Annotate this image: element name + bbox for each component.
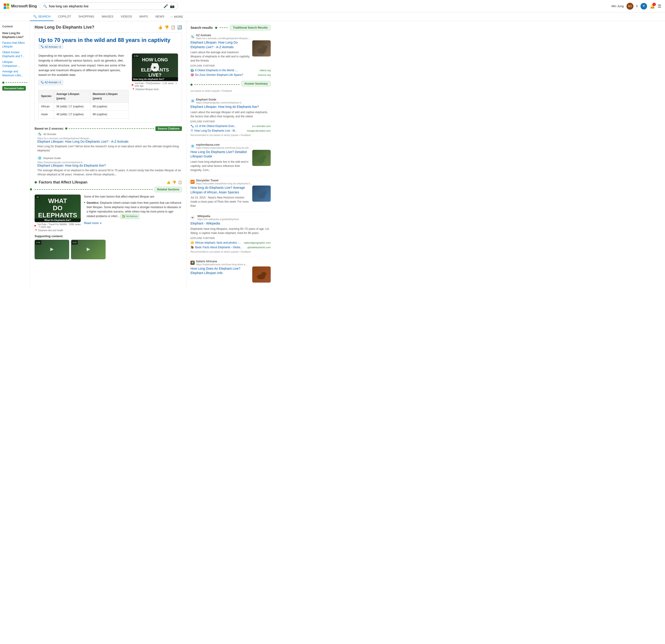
refresh-button[interactable]: 🔄 <box>177 25 182 30</box>
explore-icon-2: 🎯 <box>190 73 194 77</box>
result-safaris: 🌍 Safaris Africana https://safarisafrica… <box>190 260 271 282</box>
ef-title[interactable]: How Long Do Elephants Live? Detailed Lif… <box>190 150 250 159</box>
tab-shopping[interactable]: SHOPPING <box>75 13 97 21</box>
sidebar-item-average[interactable]: Average and Maximum Lifes... <box>2 69 27 78</box>
factors-share[interactable]: 📋 <box>178 180 182 184</box>
lifespan-table: Species Average Lifespan (years) Maximum… <box>38 90 129 119</box>
annotation-line: Based on 2 sources: Source Citations <box>35 126 182 131</box>
source-icon-1: 🐾 <box>37 132 42 136</box>
answer-video-thumb[interactable]: 0:58 HOW LONGDOELEPHANTSLIVE? ▶ How long… <box>132 54 178 118</box>
answer-summary-dot <box>190 84 192 86</box>
document-index-badge[interactable]: Document Index <box>2 86 26 91</box>
explore-item-6: 🦣 Basic Facts About Elephants - Globa...… <box>190 245 271 250</box>
factors-location-icon: 📍 <box>35 229 37 232</box>
nav-tabs: 🔍 SEARCH COPILOT SHOPPING IMAGES VIDEOS … <box>0 13 665 21</box>
st-image <box>252 186 271 202</box>
explore-link-2[interactable]: 🎯 Do Zoos Shorten Elephant Life Spans? <box>190 73 243 77</box>
inline-source-badge[interactable]: 🐾 AZ Animals +1 <box>38 80 63 85</box>
factors-thumbs-up[interactable]: 👍 <box>167 180 170 184</box>
eg-title[interactable]: Elephant Lifespan: How long do Elephants… <box>190 105 271 109</box>
vet-badge[interactable]: ✅ Vet Advices <box>120 214 139 219</box>
source-badge[interactable]: 🐾 AZ Animals +1 <box>38 44 63 49</box>
divider-2 <box>190 140 271 140</box>
video-duration: 0:58 <box>133 55 139 58</box>
sources-dashed-line <box>69 129 154 129</box>
eg-explore: EXPLORE FURTHER 🐾 12 of the Oldest Eleph… <box>190 120 271 133</box>
sa-title[interactable]: How Long Does An Elephant Live? Elephant… <box>190 267 250 275</box>
result-explorefauna: 🌐 explorefauna.com https://www.explorefa… <box>190 143 271 172</box>
answer-summary-badge[interactable]: Answer Summary <box>242 81 271 86</box>
tab-images[interactable]: IMAGES <box>98 13 117 21</box>
explore-link-1[interactable]: 🌍 8 Oldest Elephants in the World -... <box>190 69 238 72</box>
az-elephant-svg <box>254 43 268 54</box>
related-sections-annotation: Related Sections <box>35 187 182 192</box>
source-citations-badge[interactable]: Source Citations <box>155 126 182 131</box>
factors-video-num: 12 <box>36 196 39 199</box>
explore-source-2: science.org <box>258 74 271 76</box>
factors-thumbs-down[interactable]: 👎 <box>172 180 176 184</box>
search-bar[interactable]: 🔍 🎤 📷 <box>40 2 178 10</box>
st-desc: Jul 13, 2015 · Nasa's New Horizons missi… <box>190 195 250 208</box>
eg-url: https://elephantguide.com/en/elephant-li… <box>196 101 243 104</box>
header: Microsoft Bing 🔍 🎤 📷 Min Jung MJ 5 🏆 🔔 2… <box>0 0 665 13</box>
notification-count: 2 <box>652 3 656 6</box>
camera-button[interactable]: 📷 <box>170 4 174 8</box>
factors-text: Some of the main factors that affect ele… <box>84 195 182 232</box>
sa-favicon: 🌍 <box>190 261 195 265</box>
tsr-dot <box>215 27 217 29</box>
answer-summary-note: you based on what's popular • Feedback <box>190 90 271 92</box>
main-layout: Content How Long Do Elephants Live? Fact… <box>0 21 665 290</box>
share-button[interactable]: 📋 <box>171 25 175 30</box>
source-title-1[interactable]: Elephant Lifespan: How Long Do Elephants… <box>37 140 182 143</box>
tab-news[interactable]: NEWS <box>152 13 167 21</box>
support-thumb-2[interactable]: 5:22 ▶ <box>71 240 106 259</box>
az-content: Elephant Lifespan: How Long Do Elephants… <box>190 40 271 63</box>
table-row: African 56 (wild) / 17 (captive) 86 (cap… <box>39 103 129 111</box>
st-title[interactable]: How long do Elephants Live? Average Life… <box>190 186 250 195</box>
result-elephant-guide: 🌐 Elephant Guide https://elephantguide.c… <box>190 98 271 136</box>
explore-icon-3: 🐾 <box>190 124 194 128</box>
st-favicon: ST <box>190 180 195 184</box>
answer-text: Depending on the species, sex, and origi… <box>38 54 129 118</box>
thumbs-up-button[interactable]: 👍 <box>158 25 163 30</box>
tab-search[interactable]: 🔍 SEARCH <box>30 13 54 21</box>
sa-content: How Long Does An Elephant Live? Elephant… <box>190 267 271 282</box>
result-storyteller: ST Storyteller Travel https://storytelle… <box>190 179 271 208</box>
notification-button[interactable]: 🔔 2 <box>650 4 655 9</box>
source-item-2: 🌐 Elephant Guide https://elephantguide.c… <box>35 156 182 177</box>
thumbs-down-button[interactable]: 👎 <box>165 25 169 30</box>
list-item: • Genetics: Elephants inherit certain tr… <box>84 201 182 219</box>
mic-button[interactable]: 🎤 <box>164 4 168 8</box>
search-input[interactable] <box>49 4 162 8</box>
source-title-2[interactable]: Elephant Lifespan: How long do Elephants… <box>37 164 182 167</box>
tab-videos[interactable]: VIDEOS <box>117 13 135 21</box>
support-thumb-1[interactable]: 0:33 ▶ <box>35 240 69 259</box>
reward-badge[interactable]: 🏆 <box>641 3 647 9</box>
explore-link-5[interactable]: 🟡 African elephant, facts and photos -..… <box>190 241 241 244</box>
factors-video[interactable]: 12 WHATDOELEPHANTS What Do Elephants Eat… <box>35 195 81 232</box>
az-title[interactable]: Elephant Lifespan: How Long Do Elephants… <box>190 40 250 49</box>
explore-icon-1: 🌍 <box>190 69 194 72</box>
explore-link-3[interactable]: 🐾 12 of the Oldest Elephants Ever... <box>190 124 236 128</box>
title-actions: 👍 👎 📋 🔄 <box>158 25 182 30</box>
traditional-search-results-badge[interactable]: Traditional Search Results <box>230 25 271 31</box>
sidebar-item-oldest[interactable]: Oldest Known Elephants and T... <box>2 50 27 59</box>
answer-summary-annotation: Answer Summary <box>190 81 271 88</box>
explore-link-6[interactable]: 🦣 Basic Facts About Elephants - Globa... <box>190 246 242 249</box>
st-content: How long do Elephants Live? Average Life… <box>190 186 271 208</box>
explore-link-4[interactable]: ⏱ How Long Do Elephants Live - M... <box>190 129 237 132</box>
sidebar-item-factors[interactable]: Factors that Affect Lifespan <box>2 40 27 50</box>
hamburger-menu[interactable]: ☰ <box>658 4 661 9</box>
wiki-title[interactable]: Elephant - Wikipedia <box>190 221 271 226</box>
support-thumb-play-2: ▶ <box>87 247 90 252</box>
read-more-button[interactable]: Read more ∨ <box>84 221 182 226</box>
result-source-6: 🌍 Safaris Africana https://safarisafrica… <box>190 260 271 266</box>
tab-maps[interactable]: MAPS <box>136 13 151 21</box>
source-item-1: 🐾 AZ Animals https://a-z-animals.com/blo… <box>35 132 182 153</box>
related-sections-badge[interactable]: Related Sections <box>154 187 182 192</box>
sidebar-item-how-long[interactable]: How Long Do Elephants Live? <box>2 31 27 40</box>
more-button[interactable]: ⋯ MORE <box>168 13 185 21</box>
explore-source-5: nationalgeographic.com <box>244 241 271 244</box>
tab-copilot[interactable]: COPILOT <box>55 13 74 21</box>
sidebar-item-comparison[interactable]: Lifespan Comparison ... <box>2 59 27 69</box>
